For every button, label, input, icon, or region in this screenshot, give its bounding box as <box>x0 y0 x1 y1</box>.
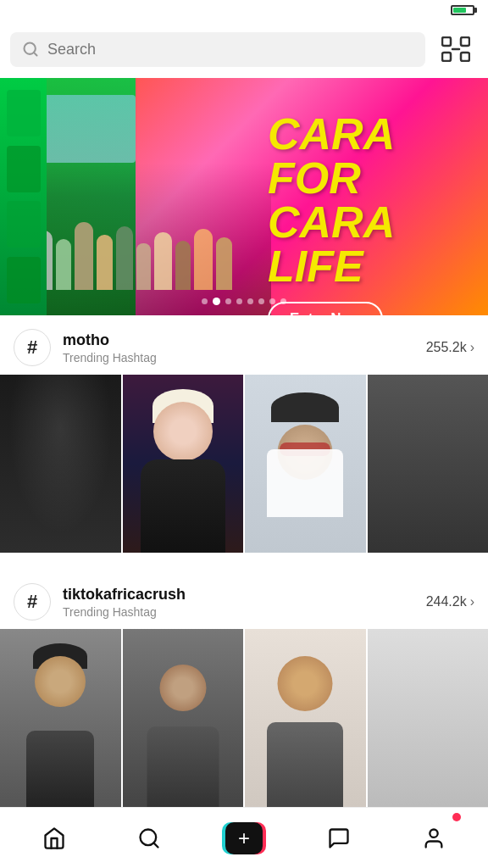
section-info-motho: motho Trending Hashtag <box>63 331 157 364</box>
section-header-motho: # motho Trending Hashtag 255.2k › <box>0 329 488 375</box>
battery-icon <box>451 5 474 15</box>
search-input-wrapper[interactable] <box>10 32 425 67</box>
search-nav-icon <box>137 826 161 850</box>
video-strip-tac <box>0 629 488 807</box>
section-title-tac: tiktokafricacrush <box>63 586 186 604</box>
section-tiktokafricacrush: # tiktokafricacrush Trending Hashtag 244… <box>0 570 488 807</box>
hashtag-icon-tac: # <box>14 583 51 620</box>
hashtag-icon-motho: # <box>14 329 51 366</box>
section-subtitle-tac: Trending Hashtag <box>63 605 186 619</box>
chevron-motho: › <box>470 340 474 355</box>
svg-point-9 <box>430 829 437 837</box>
content-area: CARA FOR CARA LIFE Enter Now # motho Tre… <box>0 20 488 807</box>
banner-title-line2: CARA LIFE <box>268 200 480 288</box>
nav-profile[interactable] <box>386 808 481 868</box>
dot-0[interactable] <box>202 298 208 304</box>
inbox-icon <box>327 826 351 850</box>
thumb-tac-3[interactable] <box>245 629 366 807</box>
bottom-nav: + <box>0 807 488 868</box>
battery-fill <box>453 8 466 13</box>
section-header-left-tac: # tiktokafricacrush Trending Hashtag <box>14 583 186 620</box>
scan-icon <box>441 36 470 62</box>
svg-rect-5 <box>461 53 469 61</box>
svg-rect-3 <box>461 37 469 46</box>
section-motho: # motho Trending Hashtag 255.2k › <box>0 315 488 553</box>
dot-6[interactable] <box>269 298 275 304</box>
thumb-tac-2[interactable] <box>123 629 244 807</box>
status-bar <box>0 0 488 20</box>
plus-symbol: + <box>238 828 250 849</box>
banner-dots <box>202 298 286 305</box>
dot-2[interactable] <box>225 298 231 304</box>
notification-dot <box>452 813 461 821</box>
section-title-motho: motho <box>63 331 157 349</box>
thumb-motho-1[interactable] <box>0 375 121 553</box>
thumb-tac-1[interactable] <box>0 629 121 807</box>
section-count-tac[interactable]: 244.2k › <box>426 594 474 609</box>
banner-text-area: CARA FOR CARA LIFE Enter Now <box>268 112 488 315</box>
banner-image-left <box>0 78 288 315</box>
scan-button[interactable] <box>434 27 478 71</box>
svg-rect-2 <box>442 37 451 46</box>
plus-button[interactable]: + <box>222 822 266 854</box>
section-count-motho[interactable]: 255.2k › <box>426 340 474 355</box>
search-input[interactable] <box>47 41 413 58</box>
section-header-left-motho: # motho Trending Hashtag <box>14 329 157 366</box>
svg-rect-4 <box>442 53 451 61</box>
nav-inbox[interactable] <box>291 808 386 868</box>
nav-home[interactable] <box>7 808 102 868</box>
dot-1[interactable] <box>213 298 220 305</box>
video-strip-motho <box>0 375 488 553</box>
plus-btn-main: + <box>225 822 263 854</box>
section-info-tac: tiktokafricacrush Trending Hashtag <box>63 586 186 619</box>
section-divider <box>0 553 488 570</box>
section-header-tac: # tiktokafricacrush Trending Hashtag 244… <box>0 583 488 629</box>
search-icon <box>22 41 39 58</box>
chevron-tac: › <box>470 594 474 609</box>
thumb-motho-4[interactable] <box>368 375 489 553</box>
nav-search[interactable] <box>102 808 197 868</box>
thumb-motho-3[interactable] <box>245 375 366 553</box>
dot-4[interactable] <box>247 298 253 304</box>
section-count-value-tac: 244.2k <box>426 594 467 609</box>
svg-line-8 <box>153 843 158 847</box>
thumb-motho-2[interactable] <box>123 375 244 553</box>
nav-add[interactable]: + <box>197 822 291 854</box>
section-count-value-motho: 255.2k <box>426 340 467 355</box>
dot-7[interactable] <box>280 298 286 304</box>
search-bar-container <box>0 20 488 78</box>
svg-line-1 <box>34 53 37 56</box>
thumb-tac-4[interactable] <box>368 629 489 807</box>
dot-3[interactable] <box>236 298 242 304</box>
banner-title-line1: CARA FOR <box>268 112 480 200</box>
home-icon <box>42 826 66 850</box>
dot-5[interactable] <box>258 298 264 304</box>
banner: CARA FOR CARA LIFE Enter Now <box>0 78 488 315</box>
section-subtitle-motho: Trending Hashtag <box>63 351 157 364</box>
profile-icon <box>422 826 446 850</box>
